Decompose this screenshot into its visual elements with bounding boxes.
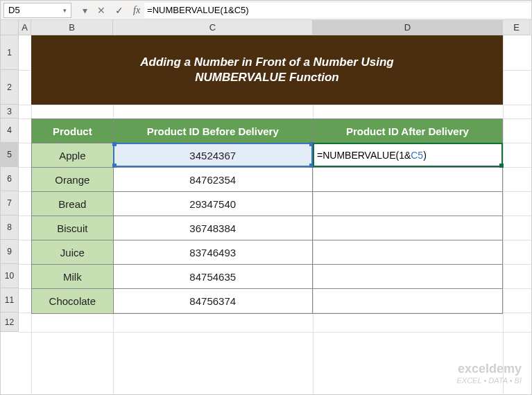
cell-after[interactable] [313,265,502,289]
cell-after[interactable] [313,216,502,240]
cell-product[interactable]: Chocolate [32,289,114,313]
cell-before[interactable]: 36748384 [114,216,313,240]
cell-product[interactable]: Apple [32,143,114,168]
cell-before[interactable]: 84762354 [114,168,313,192]
table-row: Juice 83746493 [32,240,502,265]
row-header-7[interactable]: 7 [1,191,19,216]
name-box[interactable]: D5 ▾ [3,3,71,18]
cell-before[interactable]: 84756374 [114,289,313,313]
name-box-dropdown-icon[interactable]: ▾ [63,7,67,14]
select-all-corner[interactable] [1,20,19,35]
table-row: Orange 84762354 [32,168,502,192]
cell-product[interactable]: Orange [32,168,114,192]
th-before[interactable]: Product ID Before Delivery [114,119,313,143]
th-after[interactable]: Product ID After Delivery [313,119,502,143]
column-headers: A B C D E [19,20,531,35]
name-box-value: D5 [8,5,20,15]
row-header-6[interactable]: 6 [1,167,19,191]
row-header-10[interactable]: 10 [1,264,19,288]
cell-product[interactable]: Bread [32,192,114,216]
cell-before[interactable]: 29347540 [114,192,313,216]
col-header-C[interactable]: C [113,20,313,35]
row-headers: 1 2 3 4 5 6 7 8 9 10 11 12 [1,35,19,332]
table-row: Biscuit 36748384 [32,216,502,240]
cell-after[interactable] [313,192,502,216]
row-header-9[interactable]: 9 [1,240,19,264]
cancel-icon[interactable]: ✕ [97,5,105,16]
row-header-2[interactable]: 2 [1,70,19,105]
formula-bar-input[interactable] [144,3,531,18]
row-header-5[interactable]: 5 [1,143,19,167]
th-product[interactable]: Product [32,119,114,143]
col-header-D[interactable]: D [313,20,503,35]
title-text: Adding a Number in Front of a Number Usi… [140,55,394,85]
cell-after[interactable] [313,240,502,265]
formula-ref: C5 [411,150,423,161]
cell-after[interactable] [313,289,502,313]
table-row: Bread 29347540 [32,192,502,216]
fx-label[interactable]: fx [133,5,140,16]
cell-product[interactable]: Milk [32,265,114,289]
col-header-B[interactable]: B [31,20,113,35]
watermark-tag: EXCEL • DATA • BI [457,376,522,385]
title-banner: Adding a Number in Front of a Number Usi… [31,35,503,105]
cell-product[interactable]: Biscuit [32,216,114,240]
row-header-1[interactable]: 1 [1,35,19,70]
cell-before[interactable]: 83746493 [114,240,313,265]
row-header-4[interactable]: 4 [1,119,19,143]
formula-prefix: =NUMBERVALUE(1& [317,150,411,161]
watermark-brand: exceldemy [457,362,522,376]
cell-product[interactable]: Juice [32,240,114,265]
col-header-A[interactable]: A [19,20,31,35]
cell-after[interactable] [313,168,502,192]
cell-before[interactable]: 34524367 [114,143,313,168]
dropdown-icon[interactable]: ▾ [83,5,87,16]
row-header-12[interactable]: 12 [1,313,19,332]
table-row: Milk 84754635 [32,265,502,289]
cell-before[interactable]: 84754635 [114,265,313,289]
formula-suffix: ) [423,150,427,161]
col-header-E[interactable]: E [503,20,531,35]
table-row: Chocolate 84756374 [32,289,502,313]
confirm-icon[interactable]: ✓ [115,5,123,16]
row-header-8[interactable]: 8 [1,216,19,240]
row-header-11[interactable]: 11 [1,288,19,313]
watermark: exceldemy EXCEL • DATA • BI [457,362,522,385]
row-header-3[interactable]: 3 [1,105,19,119]
cell-editing-d5[interactable]: =NUMBERVALUE(1&C5) [314,143,502,166]
